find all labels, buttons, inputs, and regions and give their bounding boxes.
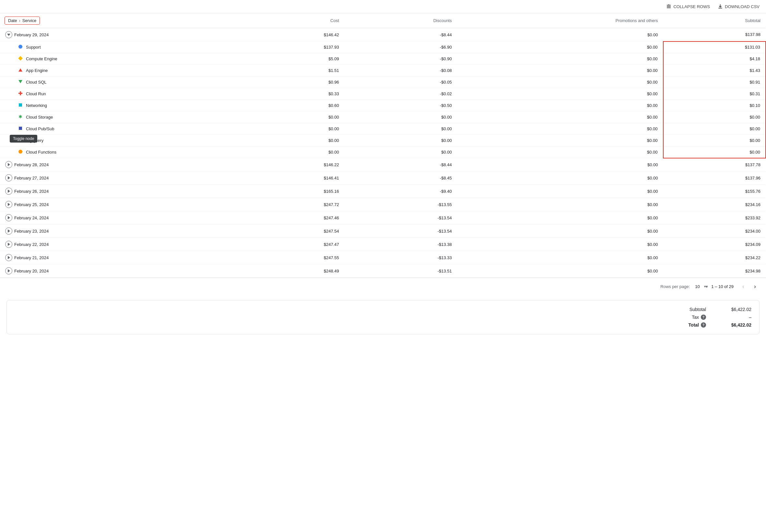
cost-cell: $0.00 — [244, 135, 344, 146]
rows-per-page-label: Rows per page: — [660, 284, 690, 289]
summary-total-value: $6,422.02 — [719, 322, 751, 328]
expand-toggle-button[interactable] — [5, 174, 12, 181]
chevron-right-icon — [8, 203, 10, 206]
expand-toggle-button[interactable] — [5, 201, 12, 208]
service-label: Cloud Run — [26, 91, 46, 96]
expand-toggle-button[interactable] — [5, 214, 12, 221]
subtotal-cell: $234.00 — [663, 225, 766, 238]
download-icon — [718, 4, 723, 9]
chevron-right-icon — [8, 256, 10, 259]
table-row: February 29, 2024 $146.42 -$8.44 $0.00 $… — [0, 28, 766, 41]
promotions-cell: $0.00 — [457, 185, 663, 198]
subtotal-cell: $137.96 — [663, 171, 766, 185]
breadcrumb-service: Service — [22, 18, 36, 23]
expand-toggle-button[interactable] — [5, 188, 12, 195]
expand-toggle-button[interactable] — [5, 241, 12, 248]
discounts-cell: -$8.44 — [344, 158, 457, 171]
promotions-cell: $0.00 — [457, 28, 663, 41]
subtotal-cell: $0.00 — [663, 111, 766, 123]
discounts-cell: -$13.38 — [344, 238, 457, 251]
service-name-cell: Cloud SQL — [0, 76, 244, 88]
summary-subtotal-value: $6,422.02 — [719, 307, 751, 312]
promotions-cell: $0.00 — [457, 225, 663, 238]
date-cell: February 29, 2024 — [0, 28, 244, 41]
tax-info-icon[interactable]: ? — [701, 315, 706, 320]
date-label: February 21, 2024 — [14, 255, 49, 260]
chevron-right-icon — [8, 190, 10, 193]
svg-point-15 — [18, 150, 22, 154]
promotions-cell: $0.00 — [457, 88, 663, 100]
table-row: February 28, 2024 $146.22 -$8.44 $0.00 $… — [0, 158, 766, 171]
summary-total-row: Total ? $6,422.02 — [680, 322, 751, 328]
date-cell: February 21, 2024 — [0, 251, 244, 264]
breadcrumb-date: Date — [8, 18, 17, 23]
chevron-down-icon — [7, 34, 10, 36]
pagination-nav: ‹ › — [739, 282, 760, 291]
table-row: February 26, 2024 $165.16 -$9.40 $0.00 $… — [0, 185, 766, 198]
date-cell: February 27, 2024 — [0, 171, 244, 185]
collapse-rows-button[interactable]: COLLAPSE ROWS — [666, 4, 710, 9]
download-csv-button[interactable]: DOWNLOAD CSV — [718, 4, 760, 9]
service-name-cell: App Engine — [0, 65, 244, 76]
col-header-discounts: Discounts — [344, 13, 457, 28]
service-label: Support — [26, 45, 41, 50]
service-label: Compute Engine — [26, 56, 57, 61]
rows-per-page-select-wrapper[interactable]: 10 25 50 ▾ — [695, 284, 706, 289]
subtotal-cell: $0.00 — [663, 135, 766, 146]
discounts-cell: -$0.02 — [344, 88, 457, 100]
expand-toggle-button[interactable] — [5, 227, 12, 235]
promotions-cell: $0.00 — [457, 238, 663, 251]
subtotal-cell: $0.00 — [663, 123, 766, 135]
promotions-cell: $0.00 — [457, 111, 663, 123]
table-row: February 20, 2024 $248.49 -$13.51 $0.00 … — [0, 264, 766, 278]
col-header-subtotal: Subtotal — [663, 13, 766, 28]
promotions-cell: $0.00 — [457, 146, 663, 158]
discounts-cell: -$13.54 — [344, 225, 457, 238]
svg-text:✱: ✱ — [18, 114, 22, 119]
cost-cell: $5.09 — [244, 53, 344, 65]
promotions-cell: $0.00 — [457, 123, 663, 135]
discounts-cell: -$13.54 — [344, 211, 457, 225]
summary-tax-value: – — [719, 315, 751, 320]
table-row: Support $137.93 -$6.90 $0.00 $131.03 — [0, 41, 766, 53]
service-label: Cloud Pub/Sub — [26, 126, 54, 131]
expand-toggle-button[interactable] — [5, 31, 12, 38]
service-name-cell: Compute Engine — [0, 53, 244, 65]
expand-toggle-button[interactable] — [5, 254, 12, 261]
subtotal-cell: $0.91 — [663, 76, 766, 88]
service-label: BigQuery — [26, 138, 43, 143]
service-name-cell: BigQuery — [0, 135, 244, 146]
discounts-cell: $0.00 — [344, 111, 457, 123]
promotions-cell: $0.00 — [457, 171, 663, 185]
date-label: February 24, 2024 — [14, 215, 49, 220]
next-page-button[interactable]: › — [750, 282, 760, 291]
discounts-cell: -$0.90 — [344, 53, 457, 65]
service-label: Cloud SQL — [26, 80, 47, 85]
expand-toggle-button[interactable] — [5, 161, 12, 168]
date-label: February 25, 2024 — [14, 202, 49, 207]
table-row: Cloud Run $0.33 -$0.02 $0.00 $0.31 — [0, 88, 766, 100]
summary-tax-label: Tax ? — [680, 315, 706, 320]
discounts-cell: -$8.45 — [344, 171, 457, 185]
subtotal-cell: $234.09 — [663, 238, 766, 251]
promotions-cell: $0.00 — [457, 198, 663, 211]
service-label: Networking — [26, 103, 47, 108]
expand-toggle-button[interactable] — [5, 267, 12, 274]
total-info-icon[interactable]: ? — [701, 322, 706, 328]
svg-point-5 — [18, 45, 22, 49]
date-label: February 28, 2024 — [14, 162, 49, 167]
summary-section: Subtotal $6,422.02 Tax ? – Total ? $6,42… — [6, 300, 760, 334]
date-label: February 27, 2024 — [14, 176, 49, 180]
date-label: February 23, 2024 — [14, 229, 49, 234]
chevron-right-icon — [8, 216, 10, 219]
discounts-cell: $0.00 — [344, 135, 457, 146]
date-cell: February 23, 2024 — [0, 225, 244, 238]
chevron-right-icon — [8, 176, 10, 179]
service-icon: ✱ — [18, 114, 23, 120]
prev-page-button[interactable]: ‹ — [739, 282, 748, 291]
cost-cell: $0.00 — [244, 123, 344, 135]
date-cell: February 22, 2024 — [0, 238, 244, 251]
rows-per-page-select[interactable]: 10 25 50 — [695, 284, 705, 289]
svg-rect-13 — [19, 127, 22, 130]
table-row: BigQuery $0.00 $0.00 $0.00 $0.00 — [0, 135, 766, 146]
